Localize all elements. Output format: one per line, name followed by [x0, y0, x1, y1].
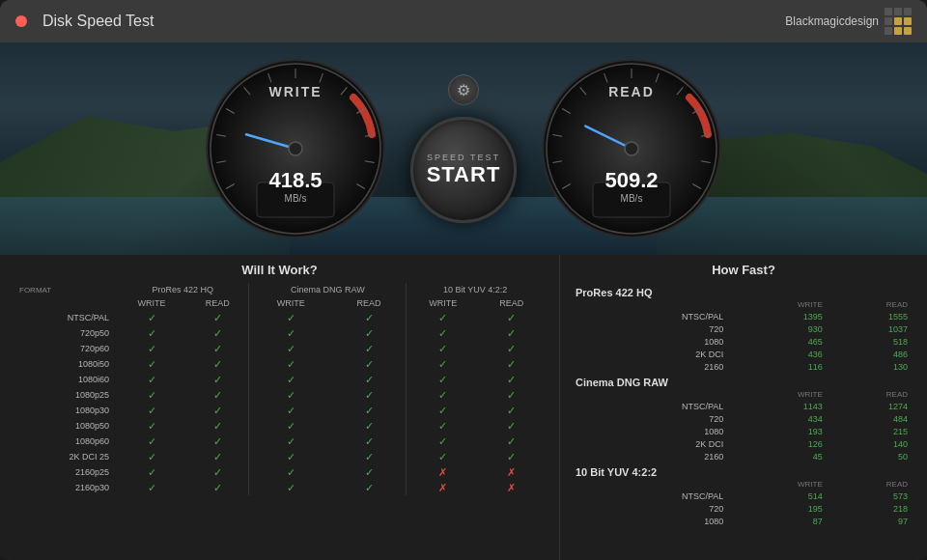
- start-label: START: [427, 162, 501, 187]
- format-name: 1080i60: [15, 372, 117, 387]
- row-label: 1080: [576, 425, 731, 437]
- check-cell: ✓: [186, 356, 249, 372]
- brand-name: Blackmagicdesign: [785, 14, 879, 28]
- gauges-section: WRITE 418.5 MB/s ⚙ SPEED TEST START: [0, 42, 927, 255]
- check-icon: ✓: [213, 343, 222, 354]
- check-icon: ✓: [365, 312, 374, 323]
- read-value: 140: [827, 437, 912, 450]
- check-cell: ✓: [479, 310, 544, 325]
- read-value: 218: [827, 502, 912, 515]
- rd-header-2: READ: [332, 296, 407, 310]
- check-icon: ✓: [438, 435, 447, 447]
- check-icon: ✓: [213, 358, 222, 370]
- check-icon: ✓: [438, 374, 447, 385]
- check-icon: ✓: [438, 405, 447, 416]
- write-value: 1395: [731, 310, 826, 322]
- check-cell: ✓: [332, 325, 407, 341]
- check-icon: ✓: [213, 466, 222, 478]
- check-cell: ✓: [186, 341, 249, 356]
- check-cell: ✓: [186, 403, 249, 418]
- check-cell: ✓: [117, 464, 186, 480]
- check-icon: ✓: [438, 358, 447, 370]
- check-cell: ✗: [407, 480, 480, 495]
- brand-dot: [904, 17, 912, 25]
- how-fast-table: ProRes 422 HQWRITEREADNTSC/PAL1395155572…: [576, 283, 912, 527]
- table-row: 2K DCI 25✓✓✓✓✓✓: [15, 449, 544, 464]
- table-row: 2160116130: [576, 360, 912, 373]
- check-cell: ✓: [479, 449, 544, 464]
- group-name: 10 Bit YUV 4:2:2: [576, 462, 912, 479]
- check-icon: ✓: [287, 435, 295, 447]
- check-cell: ✗: [479, 464, 544, 480]
- read-value: 509.2 MB/s: [604, 168, 658, 204]
- start-button[interactable]: SPEED TEST START: [410, 117, 517, 223]
- row-label: NTSC/PAL: [576, 310, 731, 322]
- write-value: 45: [731, 450, 826, 462]
- check-icon: ✓: [438, 420, 447, 432]
- sub-header-row: WRITEREAD: [576, 479, 912, 490]
- format-name: 1080p60: [15, 434, 117, 449]
- wr-header-2: WRITE: [249, 296, 332, 310]
- check-icon: ✓: [507, 312, 516, 323]
- format-name: 2K DCI 25: [15, 449, 117, 464]
- table-row: 1080p30✓✓✓✓✓✓: [15, 403, 544, 418]
- check-cell: ✓: [407, 356, 480, 372]
- check-icon: ✓: [148, 420, 156, 432]
- gear-icon: ⚙: [457, 81, 470, 99]
- check-cell: ✓: [479, 356, 544, 372]
- check-cell: ✓: [186, 418, 249, 434]
- check-cell: ✓: [479, 418, 544, 434]
- check-cell: ✓: [186, 372, 249, 387]
- check-cell: ✓: [479, 434, 544, 449]
- check-icon: ✓: [148, 435, 156, 447]
- format-name: 2160p25: [15, 464, 117, 480]
- svg-point-34: [625, 142, 638, 155]
- settings-button[interactable]: ⚙: [448, 74, 479, 105]
- brand-dot: [904, 8, 912, 15]
- row-label: 2160: [576, 450, 731, 462]
- sub-header-cell: [576, 389, 731, 400]
- check-icon: ✓: [287, 374, 295, 385]
- row-label: 720: [576, 322, 731, 335]
- check-icon: ✓: [365, 374, 374, 385]
- read-value: 573: [827, 490, 912, 502]
- check-icon: ✓: [287, 466, 295, 478]
- row-label: 1080: [576, 515, 731, 527]
- write-value: 434: [731, 412, 826, 425]
- check-icon: ✓: [365, 389, 374, 401]
- check-cell: ✓: [332, 449, 407, 464]
- write-value: 116: [731, 360, 826, 373]
- check-icon: ✓: [507, 451, 516, 462]
- check-icon: ✓: [213, 482, 222, 493]
- check-cell: ✓: [117, 387, 186, 403]
- read-value: 518: [827, 335, 912, 348]
- check-icon: ✓: [148, 466, 156, 478]
- brand-dot: [894, 17, 902, 25]
- check-cell: ✓: [407, 341, 480, 356]
- table-row: 1080465518: [576, 335, 912, 348]
- check-cell: ✓: [407, 310, 480, 325]
- check-icon: ✓: [213, 374, 222, 385]
- check-icon: ✓: [287, 420, 295, 432]
- cross-icon: ✗: [507, 466, 516, 478]
- table-row: 2K DCI436486: [576, 348, 912, 360]
- check-cell: ✓: [249, 449, 332, 464]
- check-cell: ✓: [186, 387, 249, 403]
- table-row: 1080p50✓✓✓✓✓✓: [15, 418, 544, 434]
- close-button[interactable]: [15, 15, 27, 27]
- read-unit: MB/s: [604, 193, 658, 204]
- check-icon: ✓: [365, 327, 374, 339]
- check-icon: ✓: [287, 451, 295, 462]
- check-icon: ✓: [507, 389, 516, 401]
- check-icon: ✓: [507, 435, 516, 447]
- check-cell: ✓: [117, 325, 186, 341]
- check-icon: ✓: [507, 374, 516, 385]
- format-name: 720p60: [15, 341, 117, 356]
- cross-icon: ✗: [507, 482, 516, 493]
- read-value: 1274: [827, 400, 912, 412]
- cross-icon: ✗: [438, 466, 447, 478]
- check-cell: ✓: [186, 434, 249, 449]
- sub-header-cell: WRITE: [731, 479, 826, 490]
- check-icon: ✓: [213, 405, 222, 416]
- write-number: 418.5: [268, 168, 322, 193]
